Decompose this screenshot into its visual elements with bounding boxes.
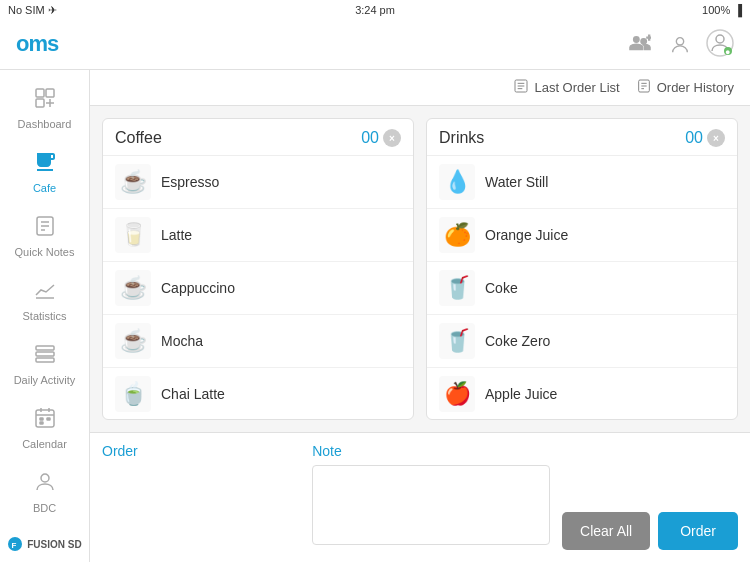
panel-coffee: Coffee00×☕Espresso🥛Latte☕Cappuccino☕Moch… bbox=[102, 118, 414, 420]
sidebar-item-statistics[interactable]: Statistics bbox=[0, 270, 90, 330]
sidebar-item-dashboard-label: Dashboard bbox=[18, 118, 72, 130]
sidebar-item-calendar-label: Calendar bbox=[22, 438, 67, 450]
bottom-buttons: Clear All Order bbox=[562, 443, 738, 552]
last-order-list-label: Last Order List bbox=[534, 80, 619, 95]
sidebar-item-statistics-label: Statistics bbox=[22, 310, 66, 322]
product-image: 🍊 bbox=[439, 217, 475, 253]
svg-point-26 bbox=[41, 474, 49, 482]
calendar-icon bbox=[33, 406, 57, 436]
svg-text:●: ● bbox=[725, 46, 730, 56]
product-panels: Coffee00×☕Espresso🥛Latte☕Cappuccino☕Moch… bbox=[90, 106, 750, 432]
status-right: 100% ▐ bbox=[702, 4, 742, 16]
bottom-section: Order Note Clear All Order bbox=[90, 432, 750, 562]
product-image: ☕ bbox=[115, 164, 151, 200]
product-item[interactable]: ☕Espresso bbox=[103, 156, 413, 209]
dashboard-icon bbox=[33, 86, 57, 116]
svg-rect-19 bbox=[36, 410, 54, 427]
panel-drinks-list: 💧Water Still🍊Orange Juice🥤Coke🥤Coke Zero… bbox=[427, 156, 737, 419]
product-name: Espresso bbox=[161, 174, 219, 190]
product-image: 💧 bbox=[439, 164, 475, 200]
sidebar-item-bdc-label: BDC bbox=[33, 502, 56, 514]
note-label: Note bbox=[312, 443, 550, 459]
product-name: Orange Juice bbox=[485, 227, 568, 243]
sidebar-footer: F FUSION SD bbox=[7, 526, 81, 562]
product-image: 🍵 bbox=[115, 376, 151, 412]
history-icon bbox=[636, 78, 652, 97]
panel-coffee-count: 00 bbox=[361, 129, 379, 147]
product-item[interactable]: 🥤Coke Zero bbox=[427, 315, 737, 368]
fusion-logo: F FUSION SD bbox=[7, 536, 81, 552]
sidebar-item-bdc[interactable]: BDC bbox=[0, 462, 90, 522]
panel-coffee-close-button[interactable]: × bbox=[383, 129, 401, 147]
note-textarea[interactable] bbox=[312, 465, 550, 545]
panel-drinks-header: Drinks00× bbox=[427, 119, 737, 156]
app-header: oms + ● bbox=[0, 20, 750, 70]
product-image: 🥤 bbox=[439, 270, 475, 306]
product-image: ☕ bbox=[115, 323, 151, 359]
status-bar: No SIM ✈ 3:24 pm 100% ▐ bbox=[0, 0, 750, 20]
cafe-icon bbox=[33, 150, 57, 180]
main-layout: Dashboard Cafe Quick Notes bbox=[0, 70, 750, 562]
content-area: Last Order List Order History Coffee00×☕… bbox=[90, 70, 750, 562]
header-icons: + ● bbox=[626, 31, 734, 59]
svg-rect-23 bbox=[40, 418, 43, 420]
panel-coffee-header: Coffee00× bbox=[103, 119, 413, 156]
order-area: Order bbox=[102, 443, 300, 552]
order-button[interactable]: Order bbox=[658, 512, 738, 550]
svg-point-2 bbox=[676, 37, 683, 44]
product-name: Coke Zero bbox=[485, 333, 550, 349]
product-image: 🍎 bbox=[439, 376, 475, 412]
panel-drinks-count: 00 bbox=[685, 129, 703, 147]
product-name: Mocha bbox=[161, 333, 203, 349]
order-label: Order bbox=[102, 443, 300, 459]
product-name: Water Still bbox=[485, 174, 548, 190]
quick-notes-icon bbox=[33, 214, 57, 244]
sidebar-item-cafe[interactable]: Cafe bbox=[0, 142, 90, 202]
product-name: Latte bbox=[161, 227, 192, 243]
user-profile-button[interactable] bbox=[666, 31, 694, 59]
product-item[interactable]: ☕Cappuccino bbox=[103, 262, 413, 315]
panel-drinks-close-button[interactable]: × bbox=[707, 129, 725, 147]
product-item[interactable]: 🥤Coke bbox=[427, 262, 737, 315]
panel-drinks: Drinks00×💧Water Still🍊Orange Juice🥤Coke🥤… bbox=[426, 118, 738, 420]
add-user-button[interactable]: + bbox=[626, 31, 654, 59]
product-item[interactable]: ☕Mocha bbox=[103, 315, 413, 368]
product-image: ☕ bbox=[115, 270, 151, 306]
product-name: Coke bbox=[485, 280, 518, 296]
product-item[interactable]: 🍎Apple Juice bbox=[427, 368, 737, 419]
product-item[interactable]: 🥛Latte bbox=[103, 209, 413, 262]
content-header: Last Order List Order History bbox=[90, 70, 750, 106]
clear-all-button[interactable]: Clear All bbox=[562, 512, 650, 550]
sidebar-item-daily-activity-label: Daily Activity bbox=[14, 374, 76, 386]
svg-rect-24 bbox=[47, 418, 50, 420]
svg-text:F: F bbox=[12, 541, 17, 550]
product-item[interactable]: 🍊Orange Juice bbox=[427, 209, 737, 262]
svg-text:+: + bbox=[646, 34, 651, 43]
sidebar-item-daily-activity[interactable]: Daily Activity bbox=[0, 334, 90, 394]
product-image: 🥤 bbox=[439, 323, 475, 359]
user-active-button[interactable]: ● bbox=[706, 31, 734, 59]
svg-rect-7 bbox=[36, 89, 44, 97]
battery-icon: ▐ bbox=[734, 4, 742, 16]
fusion-label: FUSION SD bbox=[27, 539, 81, 550]
order-history-label: Order History bbox=[657, 80, 734, 95]
battery-level: 100% bbox=[702, 4, 730, 16]
sidebar-item-dashboard[interactable]: Dashboard bbox=[0, 78, 90, 138]
sidebar: Dashboard Cafe Quick Notes bbox=[0, 70, 90, 562]
status-left: No SIM ✈ bbox=[8, 4, 57, 17]
order-history-link[interactable]: Order History bbox=[636, 78, 734, 97]
product-item[interactable]: 🍵Chai Latte bbox=[103, 368, 413, 419]
svg-rect-25 bbox=[40, 422, 43, 424]
sidebar-item-calendar[interactable]: Calendar bbox=[0, 398, 90, 458]
svg-rect-15 bbox=[36, 346, 54, 350]
sidebar-item-quick-notes[interactable]: Quick Notes bbox=[0, 206, 90, 266]
last-order-list-link[interactable]: Last Order List bbox=[513, 78, 619, 97]
product-item[interactable]: 💧Water Still bbox=[427, 156, 737, 209]
svg-point-4 bbox=[716, 35, 724, 43]
panel-coffee-title: Coffee bbox=[115, 129, 162, 147]
product-name: Chai Latte bbox=[161, 386, 225, 402]
app-logo: oms bbox=[16, 29, 66, 61]
daily-activity-icon bbox=[33, 342, 57, 372]
product-image: 🥛 bbox=[115, 217, 151, 253]
svg-rect-17 bbox=[36, 358, 54, 362]
